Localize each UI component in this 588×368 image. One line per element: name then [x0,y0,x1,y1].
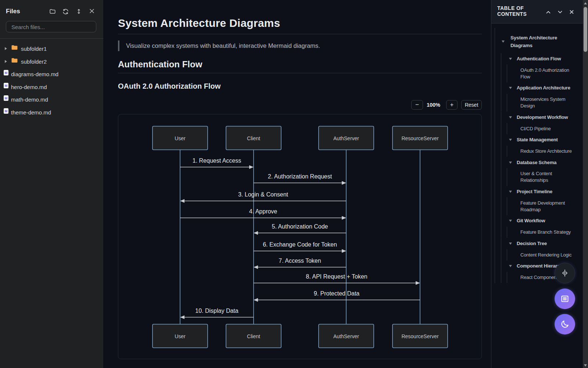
svg-text:10. Display Data: 10. Display Data [195,308,238,314]
svg-text:User: User [175,135,186,141]
svg-text:3. Login & Consent: 3. Login & Consent [238,191,288,198]
svg-text:6. Exchange Code for Token: 6. Exchange Code for Token [263,241,337,248]
svg-text:1. Request Access: 1. Request Access [193,158,241,164]
svg-text:8. API Request + Token: 8. API Request + Token [306,273,367,280]
svg-text:Client: Client [247,333,260,339]
svg-text:9. Protected Data: 9. Protected Data [314,290,360,297]
svg-text:7. Access Token: 7. Access Token [279,258,321,264]
svg-text:AuthServer: AuthServer [333,135,359,141]
svg-text:Client: Client [247,135,260,141]
svg-text:ResourceServer: ResourceServer [401,333,438,339]
svg-text:2. Authorization Request: 2. Authorization Request [268,173,332,180]
svg-text:ResourceServer: ResourceServer [401,135,438,141]
svg-text:4. Approve: 4. Approve [249,208,277,215]
svg-text:AuthServer: AuthServer [333,333,359,339]
svg-text:User: User [175,333,186,339]
svg-text:5. Authorization Code: 5. Authorization Code [272,223,328,230]
